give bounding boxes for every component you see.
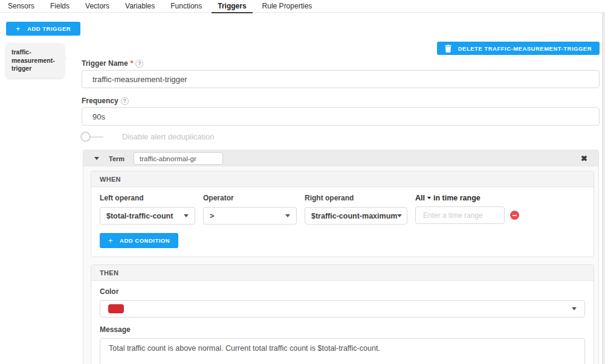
time-range-label: All in time range [415, 194, 519, 202]
color-swatch [108, 304, 124, 313]
help-icon[interactable]: ? [121, 97, 129, 105]
condition-row: Left operand $total-traffic-count Operat… [100, 194, 585, 225]
dedup-toggle-label: Disable alert deduplication [122, 132, 214, 141]
help-icon[interactable]: ? [135, 60, 143, 68]
then-panel-body: Color Message Total traffic count is abo… [91, 281, 594, 364]
chevron-down-icon [184, 214, 189, 217]
chevron-down-icon [285, 214, 290, 217]
plus-icon: + [16, 25, 21, 33]
trigger-name-label: Trigger Name* ? [82, 59, 143, 68]
right-operand-select[interactable]: $traffic-count-maximum [305, 207, 407, 225]
collapse-caret-icon[interactable] [94, 157, 99, 160]
operator-col: Operator > [203, 194, 297, 225]
vertical-scrollbar[interactable] [602, 13, 605, 364]
left-operand-value: $total-traffic-count [106, 212, 173, 220]
tab-variables[interactable]: Variables [117, 0, 163, 13]
dedup-toggle-row: Disable alert deduplication [80, 131, 214, 142]
add-trigger-button[interactable]: + ADD TRIGGER [6, 22, 80, 36]
plus-icon: + [108, 237, 113, 244]
term-card: Term ✖ WHEN Left operand $total-traffic-… [83, 150, 599, 364]
right-operand-label: Right operand [305, 194, 407, 202]
tab-functions[interactable]: Functions [163, 0, 210, 13]
close-icon[interactable]: ✖ [581, 155, 587, 162]
left-operand-label: Left operand [100, 194, 195, 202]
when-panel: WHEN Left operand $total-traffic-count O… [91, 171, 594, 257]
trigger-name-input[interactable] [82, 70, 600, 88]
color-select[interactable] [100, 300, 585, 318]
quantifier-dropdown[interactable]: All [415, 194, 425, 202]
left-operand-select[interactable]: $total-traffic-count [100, 207, 195, 225]
sidebar-trigger-label: traffic-measurement-trigger [11, 48, 55, 72]
time-range-input-row [415, 206, 519, 224]
toggle-track [91, 136, 103, 138]
color-label: Color [100, 287, 585, 296]
delete-trigger-button[interactable]: DELETE TRAFFIC-MEASUREMENT-TRIGGER [437, 42, 600, 55]
tab-rule-properties[interactable]: Rule Properties [254, 0, 320, 13]
delete-trigger-label: DELETE TRAFFIC-MEASUREMENT-TRIGGER [458, 45, 592, 52]
add-trigger-label: ADD TRIGGER [27, 25, 71, 32]
time-range-col: All in time range [415, 194, 519, 225]
frequency-input[interactable] [82, 107, 600, 126]
when-panel-header: WHEN [91, 171, 594, 187]
trash-icon [445, 45, 451, 53]
operator-label: Operator [203, 194, 297, 202]
message-label: Message [100, 325, 585, 334]
sidebar-trigger-item[interactable]: traffic-measurement-trigger [6, 43, 64, 78]
trigger-editor-screen: Sensors Fields Vectors Variables Functio… [0, 0, 605, 364]
add-condition-button[interactable]: + ADD CONDITION [100, 233, 178, 248]
then-panel: THEN Color Message Total traffic count i… [91, 264, 594, 364]
message-textarea[interactable]: Total traffic count is above normal. Cur… [100, 338, 585, 364]
operator-select[interactable]: > [203, 207, 297, 225]
term-label: Term [109, 155, 125, 162]
tab-sensors[interactable]: Sensors [0, 0, 42, 13]
term-header: Term ✖ [83, 150, 598, 167]
tab-fields[interactable]: Fields [42, 0, 77, 13]
when-panel-body: Left operand $total-traffic-count Operat… [91, 187, 594, 257]
required-asterisk: * [131, 59, 134, 68]
then-panel-header: THEN [91, 265, 594, 281]
top-tab-bar: Sensors Fields Vectors Variables Functio… [0, 0, 605, 13]
chevron-down-icon [397, 214, 402, 217]
right-operand-value: $traffic-count-maximum [311, 212, 397, 220]
chevron-down-icon[interactable] [427, 197, 431, 199]
add-condition-label: ADD CONDITION [120, 237, 170, 244]
term-name-input[interactable] [134, 152, 223, 165]
operator-value: > [210, 212, 214, 220]
frequency-label: Frequency ? [82, 97, 129, 105]
chevron-down-icon [572, 307, 577, 310]
time-range-label-text: in time range [433, 194, 480, 202]
right-operand-col: Right operand $traffic-count-maximum [305, 194, 407, 225]
left-operand-col: Left operand $total-traffic-count [100, 194, 195, 225]
time-range-input[interactable] [415, 206, 505, 224]
trigger-name-label-text: Trigger Name [82, 59, 128, 68]
dedup-toggle[interactable] [80, 132, 91, 142]
tab-vectors[interactable]: Vectors [77, 0, 117, 13]
remove-condition-icon[interactable] [510, 211, 519, 220]
frequency-label-text: Frequency [82, 97, 118, 105]
tab-triggers[interactable]: Triggers [210, 0, 254, 13]
